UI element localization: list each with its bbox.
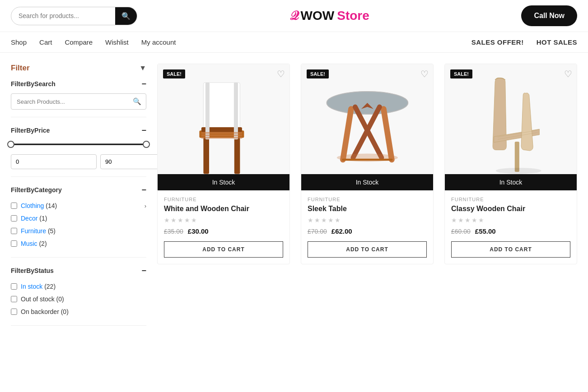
star-5: ★ — [191, 217, 197, 224]
nav-left: Shop Cart Compare Wishlist My account — [11, 38, 176, 46]
price-range-wrap: 0 90 — [11, 140, 146, 169]
product-prices-2: £70.00 £62.00 — [308, 227, 427, 235]
product-rating-3: ★ ★ ★ ★ ★ — [451, 217, 570, 224]
star-7: ★ — [314, 217, 320, 224]
status-on-backorder-checkbox[interactable] — [11, 309, 17, 315]
nav-compare[interactable]: Compare — [65, 38, 93, 46]
price-inputs: 0 90 — [11, 154, 146, 169]
wishlist-button-2[interactable]: ♡ — [420, 69, 429, 79]
filter-by-price-section: FilterByPrice − 0 90 — [11, 126, 146, 177]
search-button[interactable]: 🔍 — [115, 7, 137, 25]
product-prices-3: £60.00 £55.00 — [451, 227, 570, 235]
product-category-3: FURNITURE — [451, 197, 570, 202]
filter-price-title: FilterByPrice — [11, 127, 50, 134]
product-prices-1: £35.00 £30.00 — [164, 227, 283, 235]
search-bar: 🔍 — [11, 7, 137, 25]
call-now-button[interactable]: Call Now — [521, 5, 577, 26]
category-furniture-checkbox[interactable] — [11, 228, 17, 234]
svg-point-22 — [495, 168, 541, 174]
wishlist-button-1[interactable]: ♡ — [277, 69, 285, 79]
product-svg-chair2 — [452, 70, 570, 184]
add-to-cart-button-1[interactable]: ADD TO CART — [164, 241, 283, 258]
category-furniture-label: Furniture (5) — [21, 227, 56, 235]
main-content: Filter ▼ FilterBySearch − 🔍 FilterByPric… — [0, 53, 588, 346]
status-on-backorder[interactable]: On backorder (0) — [11, 305, 146, 318]
star-1: ★ — [164, 217, 170, 224]
nav-shop[interactable]: Shop — [11, 38, 27, 46]
product-image-3: SALE! ♡ — [445, 64, 577, 190]
filter-category-header[interactable]: FilterByCategory − — [11, 186, 146, 194]
search-input[interactable] — [11, 8, 115, 24]
product-rating-2: ★ ★ ★ ★ ★ — [308, 217, 427, 224]
svg-rect-7 — [201, 132, 242, 134]
svg-rect-9 — [201, 137, 242, 139]
filter-by-search-section: FilterBySearch − 🔍 — [11, 80, 146, 117]
category-music-checkbox[interactable] — [11, 240, 17, 247]
wishlist-button-3[interactable]: ♡ — [564, 69, 572, 79]
range-slider[interactable] — [11, 140, 146, 149]
category-furniture[interactable]: Furniture (5) — [11, 225, 146, 237]
sale-badge-3: SALE! — [450, 69, 472, 78]
category-clothing-arrow-icon: › — [145, 203, 146, 209]
category-decor-checkbox[interactable] — [11, 215, 17, 221]
category-clothing-checkbox[interactable] — [11, 203, 17, 209]
nav-wishlist[interactable]: Wishlist — [105, 38, 129, 46]
nav-myaccount[interactable]: My account — [141, 38, 176, 46]
product-image-1: SALE! ♡ — [158, 64, 289, 190]
category-clothing-label: Clothing (14) — [21, 202, 57, 209]
navigation: Shop Cart Compare Wishlist My account SA… — [0, 32, 588, 53]
in-stock-bar-3: In Stock — [445, 174, 577, 190]
product-svg-table — [308, 70, 427, 184]
status-on-backorder-label: On backorder (0) — [21, 308, 69, 315]
star-2: ★ — [171, 217, 177, 224]
star-6: ★ — [308, 217, 313, 224]
svg-rect-8 — [201, 134, 242, 136]
price-old-2: £70.00 — [308, 228, 327, 235]
product-card-2: SALE! ♡ — [301, 64, 434, 264]
filter-search-input[interactable] — [11, 95, 128, 109]
category-decor[interactable]: Decor (1) — [11, 212, 146, 225]
nav-cart[interactable]: Cart — [39, 38, 52, 46]
price-new-1: £30.00 — [188, 227, 209, 235]
status-out-of-stock-checkbox[interactable] — [11, 296, 17, 302]
filter-search-button[interactable]: 🔍 — [128, 94, 146, 109]
filter-category-collapse-icon: − — [141, 186, 146, 194]
product-card-3: SALE! ♡ — [444, 64, 577, 264]
price-min-input[interactable]: 0 — [11, 154, 97, 169]
product-name-1: White and Wooden Chair — [164, 205, 283, 213]
product-info-3: FURNITURE Classy Wooden Chair ★ ★ ★ ★ ★ … — [445, 190, 577, 264]
star-12: ★ — [458, 217, 464, 224]
range-thumb-left[interactable] — [7, 141, 14, 148]
filter-by-status-section: FilterByStatus − In stock (22) Out of st… — [11, 267, 146, 326]
add-to-cart-button-2[interactable]: ADD TO CART — [308, 241, 427, 258]
range-thumb-right[interactable] — [143, 141, 150, 148]
filter-status-header[interactable]: FilterByStatus − — [11, 267, 146, 275]
status-in-stock[interactable]: In stock (22) — [11, 280, 146, 293]
category-clothing[interactable]: Clothing (14) › — [11, 199, 146, 212]
status-in-stock-checkbox[interactable] — [11, 283, 17, 290]
filter-price-header[interactable]: FilterByPrice − — [11, 126, 146, 134]
nav-sales-offer[interactable]: SALES OFFER! — [471, 38, 524, 46]
nav-right: SALES OFFER! HOT SALES — [471, 38, 577, 46]
logo-store-text: Store — [337, 9, 369, 23]
svg-rect-6 — [233, 83, 238, 139]
add-to-cart-button-3[interactable]: ADD TO CART — [451, 241, 570, 258]
status-out-of-stock[interactable]: Out of stock (0) — [11, 293, 146, 305]
filter-status-collapse-icon: − — [141, 267, 146, 275]
filter-header: Filter ▼ — [11, 64, 146, 73]
svg-rect-3 — [203, 138, 209, 174]
sale-badge-1: SALE! — [163, 69, 185, 78]
filter-search-header[interactable]: FilterBySearch − — [11, 80, 146, 88]
sidebar: Filter ▼ FilterBySearch − 🔍 FilterByPric… — [11, 64, 146, 335]
category-music[interactable]: Music (2) — [11, 237, 146, 250]
price-new-3: £55.00 — [475, 227, 496, 235]
price-old-3: £60.00 — [451, 228, 471, 235]
product-rating-1: ★ ★ ★ ★ ★ — [164, 217, 283, 224]
product-category-1: FURNITURE — [164, 197, 283, 202]
logo-icon: 𝒬 — [289, 9, 298, 23]
nav-hot-sales[interactable]: HOT SALES — [537, 38, 577, 46]
product-info-1: FURNITURE White and Wooden Chair ★ ★ ★ ★… — [158, 190, 289, 264]
product-category-2: FURNITURE — [308, 197, 427, 202]
status-out-of-stock-label: Out of stock (0) — [21, 295, 64, 303]
svg-rect-21 — [514, 142, 519, 172]
